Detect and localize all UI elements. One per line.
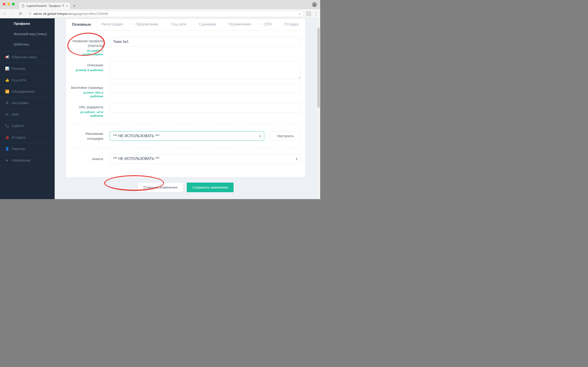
sidebar-item-management[interactable]: ➤ Управление ‹: [0, 154, 55, 166]
hint-description: pr.body в шаблоне: [70, 68, 103, 72]
chevron-left-icon: ‹: [49, 112, 50, 117]
sidebar-item-equipment[interactable]: 📶 Оборудование ‹: [0, 85, 55, 97]
hint-page-title: pr.html_title в шаблоне: [70, 91, 103, 99]
sidebar-item-label: Соц.сети: [11, 78, 26, 82]
input-page-title[interactable]: [110, 83, 301, 93]
tab-design[interactable]: Оформление: [136, 19, 158, 30]
sidebar-subitem-templates[interactable]: Шаблоны: [0, 39, 55, 49]
app-root: Профили Внешний вид (темы) Шаблоны 📢 Обр…: [0, 18, 320, 199]
sidebar-item-social[interactable]: 👍 Соц.сети ‹: [0, 74, 55, 85]
label-profile-name: Название профиля (портала): [70, 39, 103, 48]
sidebar-item-partner[interactable]: 👤 Партнер ‹: [0, 143, 55, 154]
window-close[interactable]: [3, 3, 6, 6]
tab-social[interactable]: Соц.сети: [171, 19, 186, 30]
tab-main[interactable]: Основные: [66, 19, 97, 31]
site-info-icon[interactable]: ⓘ: [28, 12, 32, 16]
tab-restrictions[interactable]: Ограничения: [229, 19, 251, 30]
envelope-icon: ✉: [5, 112, 9, 117]
browser-tab[interactable]: CaptivePortalV8 - Профиль "Т ×: [19, 2, 70, 9]
sidebar-item-label: Реклама: [11, 67, 25, 70]
chevron-left-icon: ‹: [49, 135, 50, 140]
url-path: /agpages/profiles/135/edit: [71, 12, 108, 16]
thumbs-up-icon: 👍: [5, 78, 9, 82]
address-bar[interactable]: ⓘ admin.v8.global-hotspot.ru/agpages/pro…: [26, 10, 304, 17]
cancel-button[interactable]: Отменить изменения: [138, 183, 183, 192]
row-ad-placement: Рекламная площадка *** НЕ ИСПОЛЬЗОВАТЬ *…: [70, 131, 301, 141]
wifi-icon: 📶: [5, 90, 9, 94]
megaphone-icon: 📢: [5, 55, 9, 59]
nav-reload-icon[interactable]: ⟳: [18, 11, 23, 16]
row-description: Описание pr.body в шаблоне: [70, 61, 301, 79]
scrollbar-thumb[interactable]: [317, 27, 320, 108]
sidebar-item-label: Управление: [11, 158, 31, 162]
nav-back-icon[interactable]: ←: [2, 11, 7, 16]
label-survey: Анкета: [70, 157, 103, 161]
input-profile-name[interactable]: [110, 37, 301, 47]
chevron-left-icon: ‹: [49, 158, 50, 163]
scrollbar[interactable]: [317, 18, 320, 199]
nav-forward-icon: →: [10, 11, 15, 16]
input-description[interactable]: [110, 61, 301, 79]
chevron-left-icon: ‹: [49, 100, 50, 105]
sidebar-subitem-profiles[interactable]: Профили: [0, 18, 55, 29]
chevron-left-icon: ‹: [49, 66, 50, 71]
url-host: admin.v8.global-hotspot.ru: [33, 12, 71, 16]
tab-title: CaptivePortalV8 - Профиль "Т: [26, 4, 64, 8]
window-zoom[interactable]: [12, 3, 15, 6]
window-minimize[interactable]: [7, 3, 10, 6]
chevron-left-icon: ‹: [49, 89, 50, 94]
traffic-lights: [0, 3, 15, 6]
save-button[interactable]: Сохранить изменения: [187, 183, 233, 192]
row-page-title: Заголовок страницы pr.html_title в шабло…: [70, 83, 301, 98]
arrow-icon: ➤: [5, 158, 9, 162]
sidebar-item-feedback[interactable]: 📢 Обратная связь ‹: [0, 51, 55, 63]
bookmark-star-icon[interactable]: ☆: [298, 11, 301, 16]
chrome-profile-icon[interactable]: [312, 2, 317, 7]
chevron-left-icon: ‹: [49, 55, 50, 59]
sidebar-item-settings[interactable]: ⚙ Настройки ‹: [0, 97, 55, 108]
configure-ad-button[interactable]: Настроить: [271, 131, 301, 141]
user-icon: 👤: [5, 147, 9, 151]
new-tab-button[interactable]: ▾: [72, 3, 77, 8]
sidebar-item-label: Обратная связь: [11, 55, 37, 59]
sidebar-item-label: Отладка: [11, 135, 25, 139]
tab-scenarios[interactable]: Сценарии: [199, 19, 216, 30]
hint-redirect-url: pr.redirect_url в шаблоне: [70, 110, 103, 118]
divider: [70, 124, 301, 125]
sidebar-item-label: Оборудование: [11, 90, 35, 93]
label-page-title: Заголовок страницы: [70, 85, 103, 90]
label-redirect-url: URL редиректа: [70, 105, 103, 109]
sidebar-item-ads[interactable]: 📊 Реклама ‹: [0, 63, 55, 74]
sidebar-subitem-themes[interactable]: Внешний вид (темы): [0, 29, 55, 39]
tab-debug[interactable]: Отладка: [284, 19, 299, 30]
sidebar-item-sms[interactable]: ✉ SMS ‹: [0, 108, 55, 120]
row-survey: Анкета *** НЕ ИСПОЛЬЗОВАТЬ *** ▲▼: [70, 154, 301, 164]
label-description: Описание: [70, 63, 103, 67]
chrome-menu-icon[interactable]: ⋮: [314, 11, 318, 16]
chevron-left-icon: ‹: [49, 123, 50, 128]
input-redirect-url[interactable]: [110, 103, 301, 113]
sidebar-item-debug[interactable]: 🐞 Отладка ‹: [0, 131, 55, 143]
hint-profile-name: pr.caption / profile.caption: [70, 49, 103, 57]
form-body: Название профиля (портала) pr.caption / …: [66, 31, 305, 177]
footer-actions: Отменить изменения Сохранить изменения: [66, 177, 305, 195]
sidebar-item-label: CallerID: [11, 124, 24, 128]
sidebar-item-callerid[interactable]: 📞 CallerID ‹: [0, 120, 55, 131]
divider: [70, 147, 301, 148]
extension-icon[interactable]: [306, 11, 311, 16]
bug-icon: 🐞: [5, 135, 9, 140]
chevron-left-icon: ‹: [49, 77, 50, 82]
sidebar: Профили Внешний вид (темы) Шаблоны 📢 Обр…: [0, 18, 55, 199]
gear-icon: ⚙: [5, 101, 9, 105]
sidebar-item-label: Партнер: [11, 147, 25, 151]
main-content: Основные Регистрация Оформление Соц.сети…: [55, 18, 317, 199]
select-survey[interactable]: *** НЕ ИСПОЛЬЗОВАТЬ ***: [110, 154, 301, 164]
row-profile-name: Название профиля (портала) pr.caption / …: [70, 37, 301, 56]
chevron-left-icon: ‹: [49, 146, 50, 151]
svg-point-0: [314, 3, 315, 5]
select-ad-placement[interactable]: *** НЕ ИСПОЛЬЗОВАТЬ ***: [110, 131, 264, 141]
tab-close-icon[interactable]: ×: [66, 4, 68, 8]
tab-cdn[interactable]: CDN: [263, 19, 271, 30]
tab-registration[interactable]: Регистрация: [101, 19, 123, 30]
row-redirect-url: URL редиректа pr.redirect_url в шаблоне: [70, 103, 301, 118]
